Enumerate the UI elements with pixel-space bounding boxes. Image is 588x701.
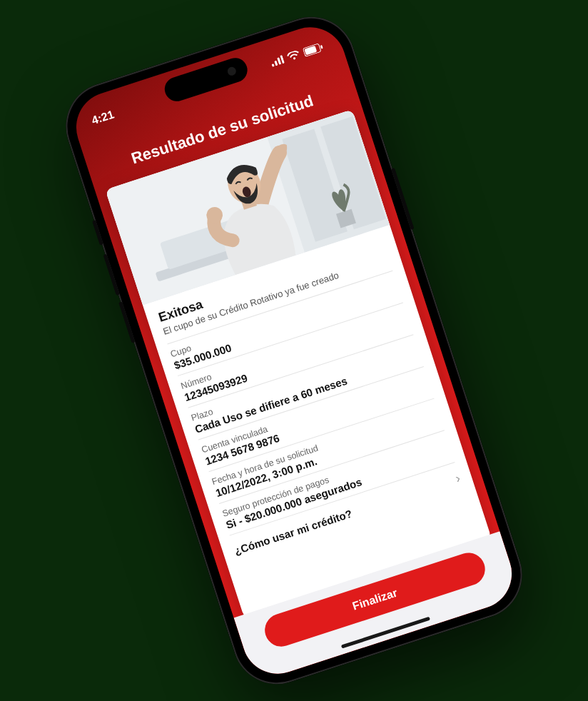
- wifi-icon: [286, 50, 301, 62]
- svg-rect-0: [272, 64, 275, 67]
- result-card: Exitosa El cupo de su Crédito Rotativo y…: [105, 109, 491, 619]
- phone-frame: 4:21 Resultado de su solicitud: [54, 6, 533, 696]
- svg-point-4: [293, 57, 296, 60]
- chevron-right-icon: ›: [454, 470, 462, 486]
- status-time: 4:21: [90, 108, 116, 127]
- cellular-signal-icon: [270, 55, 285, 67]
- svg-rect-1: [274, 61, 278, 66]
- svg-rect-2: [277, 57, 281, 64]
- phone-silent-switch: [92, 220, 103, 246]
- battery-icon: [303, 42, 325, 57]
- svg-rect-7: [320, 44, 323, 49]
- phone-screen: 4:21 Resultado de su solicitud: [67, 18, 521, 682]
